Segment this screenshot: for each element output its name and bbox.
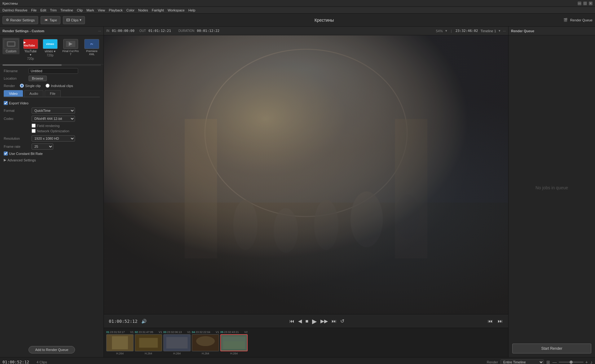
individual-clips-radio[interactable]	[46, 84, 50, 88]
extra-right-btn[interactable]: ⏭	[497, 318, 503, 325]
clip-num-3: 03	[163, 331, 166, 334]
close-btn[interactable]: ✕	[589, 2, 593, 5]
preset-premiere[interactable]: Pr Premiere XML	[83, 38, 101, 57]
extra-left-btn[interactable]: ⏮	[487, 318, 493, 325]
menu-nodes[interactable]: Nodes	[138, 8, 148, 12]
clip-item-5[interactable]: 05 23:32:43:21 V2 H.264	[220, 331, 248, 355]
tab-audio[interactable]: Audio	[24, 90, 43, 97]
menu-mark[interactable]: Mark	[86, 8, 94, 12]
clip-codec-5: H.264	[230, 352, 238, 355]
tab-file[interactable]: File	[45, 90, 61, 97]
stop-btn[interactable]: ■	[305, 318, 309, 325]
format-select[interactable]: QuickTime	[32, 107, 75, 114]
clip-header-1: 01 23:31:53:17 V1	[106, 331, 134, 334]
next-frame-btn[interactable]: ▶▶	[320, 318, 328, 325]
filename-input[interactable]	[29, 68, 78, 74]
volume-icon[interactable]: 🔊	[141, 319, 147, 324]
loop-btn[interactable]: ↺	[340, 318, 345, 325]
render-option-select[interactable]: Entire Timeline	[500, 359, 544, 364]
codec-row: Codec DNxHR 444 12-bit	[4, 116, 100, 122]
more-options-btn[interactable]: ···	[503, 29, 506, 33]
preset-youtube[interactable]: ▶ YouTube YouTube ▾ 720p	[22, 38, 39, 62]
zoom-out-btn[interactable]: —	[553, 360, 557, 364]
menu-trim[interactable]: Trim	[50, 8, 57, 12]
menu-workspace[interactable]: Workspace	[168, 8, 185, 12]
play-btn[interactable]: ▶	[311, 317, 317, 326]
prev-frame-btn[interactable]: ◀	[298, 318, 302, 325]
menu-playback[interactable]: Playback	[109, 8, 123, 12]
clip-tc-2: 23:31:47:05	[139, 331, 153, 334]
menu-fairlight[interactable]: Fairlight	[152, 8, 164, 12]
export-video-checkbox[interactable]	[4, 101, 8, 105]
clip-v1-4: V1	[216, 331, 219, 334]
tab-video[interactable]: Video	[4, 90, 23, 97]
network-opt-label[interactable]: Network Optimization	[32, 129, 69, 133]
maximize-btn[interactable]: □	[583, 2, 587, 5]
panel-header: Render Settings - Custom ···	[0, 27, 104, 35]
panel-title: Render Settings - Custom	[2, 29, 44, 33]
go-to-end-btn[interactable]: ⏭	[331, 318, 337, 325]
add-to-queue-btn[interactable]: Add to Render Queue	[29, 346, 75, 353]
minimize-btn[interactable]: —	[578, 2, 581, 5]
zoom-in-btn[interactable]: +	[585, 360, 588, 364]
preset-finalcut[interactable]: Final Cut Pro 7	[61, 38, 80, 57]
clip-item-4[interactable]: 04 23:32:22:04 V1 H.264	[192, 331, 219, 355]
render-queue-label[interactable]: Render Queue	[570, 18, 593, 22]
zoom-chevron[interactable]: ▾	[445, 29, 447, 33]
clip-thumb-3	[163, 334, 191, 351]
browse-btn[interactable]: Browse	[29, 76, 47, 81]
clip-v1-2: V1	[159, 331, 162, 334]
toolbar-center: Крестины	[87, 18, 561, 23]
start-render-btn[interactable]: Start Render	[512, 344, 591, 353]
individual-clips-label[interactable]: Individual clips	[46, 84, 73, 88]
thumb-svg-4	[192, 335, 219, 351]
field-rendering-label[interactable]: Field rendering	[32, 124, 60, 128]
menu-color[interactable]: Color	[126, 8, 134, 12]
zoom-slider[interactable]	[559, 362, 584, 363]
timeline-label[interactable]: Timeline 1	[480, 29, 496, 33]
preset-vimeo[interactable]: vimeo vimeo ▾ 720p	[42, 38, 59, 58]
render-settings-btn[interactable]: ⚙ Render Settings	[2, 16, 38, 24]
timeline-chevron[interactable]: ▾	[499, 29, 500, 33]
menu-davinci[interactable]: DaVinci Resolve	[2, 8, 28, 12]
export-video-check-label[interactable]: Export Video	[4, 101, 29, 105]
clip-num-2: 02	[135, 331, 138, 334]
menu-clip[interactable]: Clip	[77, 8, 83, 12]
clip-item-3[interactable]: 03 23:32:06:13 V1 H.264	[163, 331, 191, 355]
codec-select[interactable]: DNxHR 444 12-bit	[32, 116, 75, 122]
tape-btn[interactable]: 📼 Tape	[41, 16, 60, 24]
clip-tc-3: 23:32:06:13	[167, 331, 182, 334]
framerate-select[interactable]: 25	[32, 143, 53, 150]
clip-item-2[interactable]: 02 23:31:47:05 V1 H.264	[135, 331, 162, 355]
in-timecode: 01:00:00:00	[112, 29, 134, 33]
resolution-select[interactable]: 1920 x 1080 HD	[32, 135, 75, 142]
app-title: Крестины	[2, 2, 18, 5]
clips-btn[interactable]: 🎞 Clips ▾	[63, 16, 85, 24]
thumb-svg-2	[135, 335, 162, 351]
grid-view-btn[interactable]: ⊞	[546, 360, 550, 364]
network-opt-checkbox[interactable]	[32, 129, 36, 133]
menu-view[interactable]: View	[98, 8, 105, 12]
single-clip-radio[interactable]	[20, 84, 24, 88]
go-to-start-btn[interactable]: ⏮	[289, 318, 295, 325]
zoom-level[interactable]: 54%	[436, 29, 443, 33]
menu-help[interactable]: Help	[188, 8, 196, 12]
cbr-checkbox[interactable]	[4, 151, 8, 156]
zoom-controls: — +	[553, 360, 588, 364]
menu-timeline[interactable]: Timeline	[60, 8, 73, 12]
music-note-btn[interactable]: ♪	[590, 360, 593, 364]
panel-more-btn[interactable]: ···	[98, 29, 101, 33]
clip-item-1[interactable]: 01 23:31:53:17 V1 H.264	[106, 331, 134, 355]
cbr-label[interactable]: Use Constant Bit Rate	[4, 151, 100, 156]
menu-file[interactable]: File	[31, 8, 37, 12]
premiere-label: Premiere XML	[84, 50, 100, 56]
finalcut-icon	[63, 39, 78, 49]
menu-edit[interactable]: Edit	[40, 8, 46, 12]
advanced-settings-row[interactable]: ▶ Advanced Settings	[4, 158, 100, 162]
preset-custom[interactable]: Custom	[2, 38, 20, 54]
custom-preset-icon	[4, 39, 19, 49]
single-clip-label[interactable]: Single clip	[20, 84, 41, 88]
field-rendering-checkbox[interactable]	[32, 124, 36, 128]
preset-scrollbar[interactable]	[2, 64, 101, 66]
format-row: Format QuickTime	[4, 107, 100, 114]
